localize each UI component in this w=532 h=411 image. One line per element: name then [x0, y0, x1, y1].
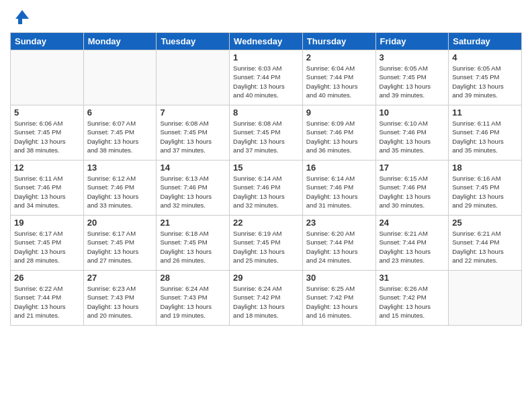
- calendar-cell: 12Sunrise: 6:11 AM Sunset: 7:46 PM Dayli…: [11, 161, 84, 216]
- calendar-cell: 29Sunrise: 6:24 AM Sunset: 7:42 PM Dayli…: [230, 271, 303, 326]
- day-info: Sunrise: 6:11 AM Sunset: 7:46 PM Dayligh…: [452, 119, 518, 154]
- day-number: 19: [14, 218, 80, 228]
- calendar-cell: 9Sunrise: 6:09 AM Sunset: 7:46 PM Daylig…: [302, 105, 375, 161]
- day-info: Sunrise: 6:23 AM Sunset: 7:43 PM Dayligh…: [87, 284, 153, 320]
- header: [10, 7, 522, 27]
- calendar-cell: 24Sunrise: 6:21 AM Sunset: 7:44 PM Dayli…: [375, 216, 449, 271]
- day-number: 22: [233, 218, 299, 228]
- calendar-cell: 17Sunrise: 6:15 AM Sunset: 7:46 PM Dayli…: [375, 161, 449, 216]
- calendar-header-tuesday: Tuesday: [157, 33, 230, 50]
- day-info: Sunrise: 6:26 AM Sunset: 7:42 PM Dayligh…: [380, 284, 445, 320]
- day-info: Sunrise: 6:20 AM Sunset: 7:44 PM Dayligh…: [306, 229, 372, 265]
- calendar-header-row: SundayMondayTuesdayWednesdayThursdayFrid…: [11, 33, 522, 50]
- day-info: Sunrise: 6:05 AM Sunset: 7:45 PM Dayligh…: [452, 64, 518, 99]
- calendar-header-thursday: Thursday: [302, 33, 375, 50]
- day-number: 2: [306, 52, 372, 62]
- calendar-header-saturday: Saturday: [449, 33, 522, 50]
- calendar-week-2: 12Sunrise: 6:11 AM Sunset: 7:46 PM Dayli…: [11, 161, 522, 216]
- day-number: 26: [14, 273, 80, 283]
- calendar: SundayMondayTuesdayWednesdayThursdayFrid…: [10, 32, 522, 326]
- calendar-cell: 22Sunrise: 6:19 AM Sunset: 7:45 PM Dayli…: [230, 216, 303, 271]
- calendar-cell: 11Sunrise: 6:11 AM Sunset: 7:46 PM Dayli…: [449, 105, 522, 161]
- calendar-header-wednesday: Wednesday: [230, 33, 303, 50]
- day-number: 9: [306, 107, 372, 118]
- day-number: 5: [14, 107, 80, 118]
- day-number: 23: [306, 218, 372, 228]
- calendar-week-4: 26Sunrise: 6:22 AM Sunset: 7:44 PM Dayli…: [11, 271, 522, 326]
- day-number: 18: [452, 163, 518, 173]
- day-number: 29: [233, 273, 299, 283]
- day-info: Sunrise: 6:08 AM Sunset: 7:45 PM Dayligh…: [233, 119, 299, 154]
- day-number: 13: [87, 163, 153, 173]
- day-info: Sunrise: 6:11 AM Sunset: 7:46 PM Dayligh…: [14, 174, 80, 210]
- calendar-cell: 23Sunrise: 6:20 AM Sunset: 7:44 PM Dayli…: [302, 216, 375, 271]
- calendar-cell: 8Sunrise: 6:08 AM Sunset: 7:45 PM Daylig…: [230, 105, 303, 161]
- day-number: 28: [160, 273, 226, 283]
- calendar-cell: 26Sunrise: 6:22 AM Sunset: 7:44 PM Dayli…: [11, 271, 84, 326]
- day-info: Sunrise: 6:21 AM Sunset: 7:44 PM Dayligh…: [452, 229, 518, 265]
- calendar-week-3: 19Sunrise: 6:17 AM Sunset: 7:45 PM Dayli…: [11, 216, 522, 271]
- calendar-cell: 1Sunrise: 6:03 AM Sunset: 7:44 PM Daylig…: [230, 50, 303, 105]
- day-info: Sunrise: 6:12 AM Sunset: 7:46 PM Dayligh…: [87, 174, 153, 210]
- day-info: Sunrise: 6:07 AM Sunset: 7:45 PM Dayligh…: [87, 119, 153, 154]
- calendar-cell: 7Sunrise: 6:08 AM Sunset: 7:45 PM Daylig…: [157, 105, 230, 161]
- day-info: Sunrise: 6:14 AM Sunset: 7:46 PM Dayligh…: [306, 174, 372, 210]
- day-info: Sunrise: 6:24 AM Sunset: 7:42 PM Dayligh…: [233, 284, 299, 320]
- calendar-cell: 15Sunrise: 6:14 AM Sunset: 7:46 PM Dayli…: [230, 161, 303, 216]
- day-info: Sunrise: 6:03 AM Sunset: 7:44 PM Dayligh…: [233, 64, 299, 99]
- day-info: Sunrise: 6:24 AM Sunset: 7:43 PM Dayligh…: [160, 284, 226, 320]
- day-number: 14: [160, 163, 226, 173]
- day-info: Sunrise: 6:14 AM Sunset: 7:46 PM Dayligh…: [233, 174, 299, 210]
- calendar-header-sunday: Sunday: [11, 33, 84, 50]
- calendar-week-0: 1Sunrise: 6:03 AM Sunset: 7:44 PM Daylig…: [11, 50, 522, 105]
- calendar-cell: 25Sunrise: 6:21 AM Sunset: 7:44 PM Dayli…: [449, 216, 522, 271]
- day-number: 30: [306, 273, 372, 283]
- day-info: Sunrise: 6:18 AM Sunset: 7:45 PM Dayligh…: [160, 229, 226, 265]
- day-info: Sunrise: 6:05 AM Sunset: 7:45 PM Dayligh…: [380, 64, 445, 99]
- day-number: 1: [233, 52, 299, 62]
- calendar-cell: 13Sunrise: 6:12 AM Sunset: 7:46 PM Dayli…: [83, 161, 157, 216]
- day-info: Sunrise: 6:09 AM Sunset: 7:46 PM Dayligh…: [306, 119, 372, 154]
- day-number: 6: [87, 107, 153, 118]
- day-info: Sunrise: 6:06 AM Sunset: 7:45 PM Dayligh…: [14, 119, 80, 154]
- calendar-cell: 20Sunrise: 6:17 AM Sunset: 7:45 PM Dayli…: [83, 216, 157, 271]
- calendar-cell: 10Sunrise: 6:10 AM Sunset: 7:46 PM Dayli…: [375, 105, 449, 161]
- calendar-cell: 31Sunrise: 6:26 AM Sunset: 7:42 PM Dayli…: [375, 271, 449, 326]
- calendar-cell: 27Sunrise: 6:23 AM Sunset: 7:43 PM Dayli…: [83, 271, 157, 326]
- day-info: Sunrise: 6:10 AM Sunset: 7:46 PM Dayligh…: [380, 119, 445, 154]
- day-number: 20: [87, 218, 153, 228]
- calendar-cell: [83, 50, 157, 105]
- logo: [10, 7, 33, 27]
- calendar-cell: 21Sunrise: 6:18 AM Sunset: 7:45 PM Dayli…: [157, 216, 230, 271]
- page: SundayMondayTuesdayWednesdayThursdayFrid…: [0, 0, 532, 411]
- day-info: Sunrise: 6:08 AM Sunset: 7:45 PM Dayligh…: [160, 119, 226, 154]
- day-number: 27: [87, 273, 153, 283]
- day-number: 11: [452, 107, 518, 118]
- day-number: 16: [306, 163, 372, 173]
- day-number: 24: [380, 218, 445, 228]
- calendar-cell: [449, 271, 522, 326]
- calendar-cell: 3Sunrise: 6:05 AM Sunset: 7:45 PM Daylig…: [375, 50, 449, 105]
- day-number: 8: [233, 107, 299, 118]
- calendar-cell: 5Sunrise: 6:06 AM Sunset: 7:45 PM Daylig…: [11, 105, 84, 161]
- day-info: Sunrise: 6:22 AM Sunset: 7:44 PM Dayligh…: [14, 284, 80, 320]
- day-info: Sunrise: 6:25 AM Sunset: 7:42 PM Dayligh…: [306, 284, 372, 320]
- calendar-cell: 14Sunrise: 6:13 AM Sunset: 7:46 PM Dayli…: [157, 161, 230, 216]
- calendar-cell: 28Sunrise: 6:24 AM Sunset: 7:43 PM Dayli…: [157, 271, 230, 326]
- day-number: 12: [14, 163, 80, 173]
- day-info: Sunrise: 6:15 AM Sunset: 7:46 PM Dayligh…: [380, 174, 445, 210]
- calendar-cell: 2Sunrise: 6:04 AM Sunset: 7:44 PM Daylig…: [302, 50, 375, 105]
- calendar-cell: 18Sunrise: 6:16 AM Sunset: 7:45 PM Dayli…: [449, 161, 522, 216]
- day-info: Sunrise: 6:17 AM Sunset: 7:45 PM Dayligh…: [14, 229, 80, 265]
- calendar-cell: [157, 50, 230, 105]
- day-number: 7: [160, 107, 226, 118]
- calendar-cell: 6Sunrise: 6:07 AM Sunset: 7:45 PM Daylig…: [83, 105, 157, 161]
- logo-icon: [10, 7, 30, 27]
- day-info: Sunrise: 6:21 AM Sunset: 7:44 PM Dayligh…: [380, 229, 445, 265]
- day-info: Sunrise: 6:19 AM Sunset: 7:45 PM Dayligh…: [233, 229, 299, 265]
- calendar-cell: 19Sunrise: 6:17 AM Sunset: 7:45 PM Dayli…: [11, 216, 84, 271]
- day-number: 25: [452, 218, 518, 228]
- calendar-cell: 30Sunrise: 6:25 AM Sunset: 7:42 PM Dayli…: [302, 271, 375, 326]
- day-info: Sunrise: 6:13 AM Sunset: 7:46 PM Dayligh…: [160, 174, 226, 210]
- svg-rect-1: [18, 17, 22, 24]
